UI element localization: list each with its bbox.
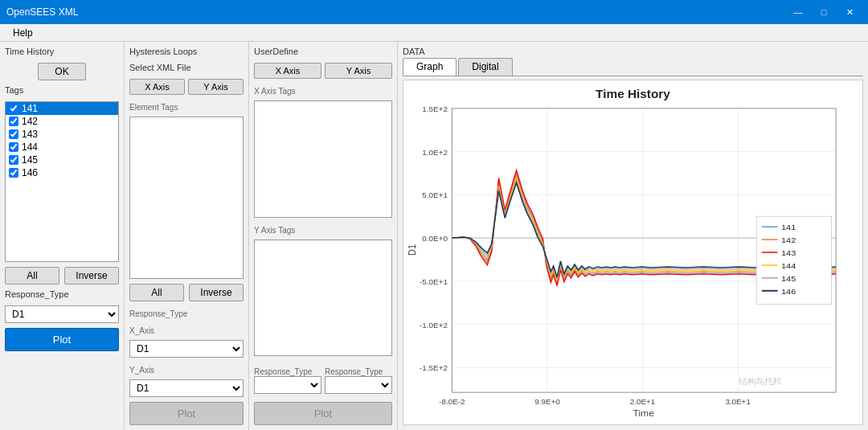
data-section-label: DATA (403, 47, 863, 56)
hysteresis-y-axis-select[interactable]: D1 (129, 379, 244, 397)
hysteresis-panel: Hysteresis Loops Select XML File X Axis … (125, 42, 249, 430)
hysteresis-y-axis-button[interactable]: Y Axis (188, 79, 244, 95)
userdefine-label: UserDefine (254, 47, 392, 56)
svg-text:Time History: Time History (596, 88, 671, 100)
userdefine-x-tags-label: X Axis Tags (254, 87, 392, 96)
svg-text:3.0E+1: 3.0E+1 (725, 398, 751, 406)
main-content: Time History OK Tags 141142143144145146 … (0, 42, 868, 430)
middle-panels: Hysteresis Loops Select XML File X Axis … (125, 42, 398, 430)
tab-graph[interactable]: Graph (403, 58, 457, 76)
tag-checkbox[interactable] (9, 168, 18, 178)
data-tabs: Graph Digital (403, 58, 863, 76)
userdefine-x-tags-list (254, 100, 392, 218)
plot-button[interactable]: Plot (5, 328, 119, 351)
tag-item[interactable]: 143 (6, 128, 118, 141)
svg-text:141: 141 (781, 223, 796, 231)
time-history-chart: Time History (403, 80, 862, 424)
tag-item[interactable]: 141 (6, 102, 118, 115)
hysteresis-inverse-button[interactable]: Inverse (189, 284, 244, 301)
hysteresis-x-axis-label: X_Axis (129, 326, 244, 335)
hysteresis-x-axis-button[interactable]: X Axis (129, 79, 185, 95)
hysteresis-label: Hysteresis Loops (129, 47, 244, 56)
svg-text:Time: Time (633, 409, 653, 418)
userdefine-response-row: Response_Type Response_Type (254, 364, 392, 394)
tag-label: 145 (22, 154, 38, 166)
time-history-panel: Time History OK Tags 141142143144145146 … (0, 42, 125, 430)
element-tags-label: Element Tags (129, 103, 244, 112)
svg-text:0.0E+0: 0.0E+0 (422, 235, 448, 243)
tag-checkbox[interactable] (9, 129, 18, 139)
ok-button[interactable]: OK (38, 63, 86, 80)
userdefine-y-tags-list (254, 240, 392, 357)
tag-checkbox[interactable] (9, 117, 18, 126)
svg-text:D1: D1 (407, 244, 418, 256)
svg-text:142: 142 (781, 236, 796, 244)
svg-text:144: 144 (781, 261, 796, 269)
svg-text:146: 146 (781, 287, 796, 295)
tag-checkbox[interactable] (9, 142, 18, 152)
inverse-button[interactable]: Inverse (64, 267, 119, 285)
menu-bar: Help (0, 24, 868, 42)
userdefine-response-x-col: Response_Type (254, 364, 321, 394)
userdefine-response-y-col: Response_Type (325, 364, 392, 394)
userdefine-axis-btns: X Axis Y Axis (254, 63, 392, 79)
tags-list: 141142143144145146 (5, 101, 119, 262)
userdefine-response-x-select[interactable] (254, 376, 321, 394)
hysteresis-plot-button[interactable]: Plot (129, 402, 244, 425)
tag-item[interactable]: 144 (6, 141, 118, 154)
tag-item[interactable]: 145 (6, 154, 118, 166)
hysteresis-y-axis-label: Y_Axis (129, 366, 244, 375)
userdefine-y-axis-button[interactable]: Y Axis (325, 63, 392, 79)
hysteresis-all-button[interactable]: All (129, 284, 184, 301)
tag-label: 146 (22, 167, 38, 178)
minimize-button[interactable]: — (786, 4, 810, 20)
tags-label: Tags (5, 85, 119, 95)
title-bar: OpenSEES XML — □ ✕ (0, 0, 868, 24)
svg-text:-8.0E-2: -8.0E-2 (439, 398, 465, 406)
svg-text:-1.5E+2: -1.5E+2 (420, 364, 448, 372)
app-title: OpenSEES XML (6, 6, 78, 18)
hysteresis-response-type-label: Response_Type (129, 309, 244, 318)
menu-help[interactable]: Help (6, 26, 39, 40)
all-inverse-row: All Inverse (5, 267, 119, 285)
tag-item[interactable]: 142 (6, 115, 118, 128)
svg-text:143: 143 (781, 248, 796, 256)
userdefine-response-y-label: Response_Type (325, 367, 392, 376)
response-type-label: Response_Type (5, 289, 119, 299)
chart-container: Time History (403, 80, 863, 425)
userdefine-x-axis-button[interactable]: X Axis (254, 63, 321, 79)
svg-text:结构鸟托邦: 结构鸟托邦 (739, 378, 780, 386)
tag-label: 143 (22, 129, 38, 140)
hysteresis-x-axis-select[interactable]: D1 (129, 340, 244, 358)
tag-label: 144 (22, 141, 38, 153)
svg-text:1.0E+2: 1.0E+2 (422, 148, 448, 156)
svg-text:1.5E+2: 1.5E+2 (422, 104, 448, 113)
svg-text:9.9E+0: 9.9E+0 (534, 398, 560, 406)
userdefine-y-tags-label: Y Axis Tags (254, 226, 392, 235)
tag-label: 142 (22, 116, 38, 127)
hysteresis-axis-btns: X Axis Y Axis (129, 79, 244, 95)
svg-text:-5.0E+1: -5.0E+1 (420, 277, 448, 285)
userdefine-plot-button[interactable]: Plot (254, 402, 392, 425)
tag-checkbox[interactable] (9, 104, 18, 113)
hysteresis-element-tags-list (129, 117, 244, 279)
window-controls: — □ ✕ (786, 4, 862, 20)
svg-text:5.0E+1: 5.0E+1 (422, 191, 448, 199)
tag-checkbox[interactable] (9, 155, 18, 165)
select-xml-label: Select XML File (129, 63, 244, 72)
hysteresis-all-inverse-row: All Inverse (129, 284, 244, 301)
svg-text:145: 145 (781, 274, 796, 282)
all-button[interactable]: All (5, 267, 59, 285)
tag-item[interactable]: 146 (6, 166, 118, 179)
close-button[interactable]: ✕ (837, 4, 862, 20)
userdefine-response-x-label: Response_Type (254, 367, 321, 376)
userdefine-panel: UserDefine X Axis Y Axis X Axis Tags Y A… (249, 42, 397, 430)
userdefine-response-y-select[interactable] (325, 376, 392, 394)
maximize-button[interactable]: □ (812, 4, 836, 20)
response-type-select[interactable]: D1 (5, 305, 119, 323)
svg-text:2.0E+1: 2.0E+1 (630, 398, 656, 406)
time-history-label: Time History (5, 47, 119, 56)
svg-text:-1.0E+2: -1.0E+2 (420, 321, 448, 329)
data-panel: DATA Graph Digital Time History (398, 42, 868, 430)
tab-digital[interactable]: Digital (458, 58, 512, 76)
